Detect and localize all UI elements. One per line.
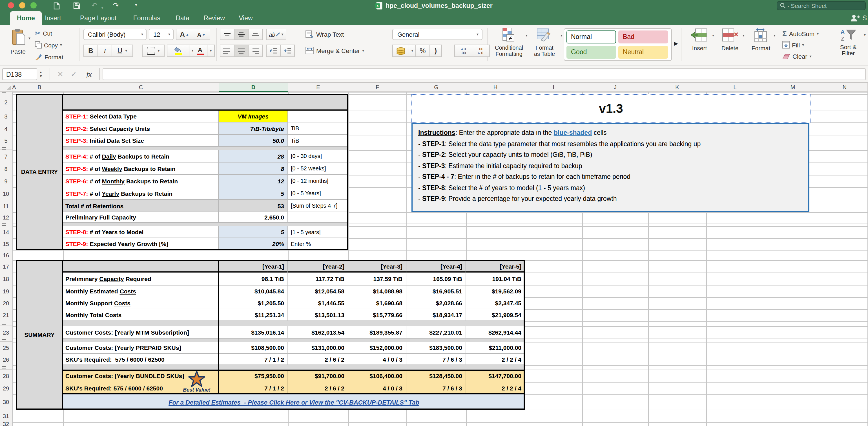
cell-C26[interactable]: SKU's Required: 575 / 6000 / 62500 [63, 354, 219, 365]
styles-gallery-expand-icon[interactable]: ▶ [674, 40, 678, 46]
orientation-button[interactable]: ab ▾ [266, 29, 286, 40]
copy-button[interactable]: Copy ▾ [35, 41, 62, 49]
underline-button[interactable]: U▾ [112, 45, 133, 57]
cell-C8[interactable]: STEP-5: # of Weekly Backups to Retain [63, 163, 219, 175]
format-cells-button[interactable]: ▾ Format [746, 28, 776, 51]
cell-H28[interactable]: $147,700.00 [466, 370, 525, 382]
format-as-table-button[interactable]: ▾ Formatas Table [529, 28, 560, 57]
cell-F25[interactable]: $152,000.00 [348, 342, 406, 354]
search-sheet-input[interactable]: ▾ Search Sheet [777, 1, 866, 10]
row-header-26[interactable]: 26 [0, 354, 12, 366]
merge-center-button[interactable]: Merge & Center ▾ [306, 47, 364, 54]
tab-formulas[interactable]: Formulas [127, 11, 167, 25]
cell-D11[interactable]: 53 [219, 200, 288, 212]
accounting-format-button[interactable] [392, 45, 409, 57]
cell-D4[interactable]: TiB-Tibibyte [219, 122, 288, 135]
merge-dropdown-icon[interactable]: ▾ [362, 48, 364, 53]
column-header-E[interactable]: E [288, 83, 349, 92]
tab-page-layout[interactable]: Page Layout [73, 11, 123, 25]
align-top-button[interactable] [220, 29, 235, 40]
row-header-19[interactable]: 19 [0, 285, 12, 298]
column-header-J[interactable]: J [582, 83, 649, 92]
increase-decimal-button[interactable]: ◂.0.00 [454, 45, 472, 57]
row-header-9[interactable]: 9 [0, 175, 12, 188]
insert-cells-button[interactable]: ▾ Insert [685, 28, 714, 51]
align-middle-button[interactable] [234, 29, 249, 40]
cell-C12[interactable]: Preliminary Full Capacity [63, 212, 219, 223]
cell-E19[interactable]: $12,054.58 [288, 285, 348, 297]
cell-C20[interactable]: Monthly Support Costs [63, 297, 219, 309]
cell-D18[interactable]: 98.1 TiB [219, 273, 288, 285]
cell-D25[interactable]: $108,500.00 [219, 342, 288, 354]
row-header-31[interactable]: 31 [0, 409, 12, 423]
cell-D9[interactable]: 12 [219, 175, 288, 187]
detailed-estimates-link[interactable]: For a Detailed Estimates - Please Click … [168, 399, 420, 405]
cell-F26[interactable]: 4 / 0 / 3 [348, 354, 406, 365]
row-header-17[interactable]: 17 [0, 260, 12, 273]
paste-button[interactable]: ▾ Paste [4, 28, 32, 61]
cell-C11[interactable]: Total # of Retentions [63, 200, 219, 212]
cell-H19[interactable]: $19,562.09 [466, 285, 525, 297]
cell-G26[interactable]: 7 / 6 / 3 [406, 354, 466, 365]
decrease-font-button[interactable]: A▼ [193, 29, 210, 40]
cell-G25[interactable]: $183,500.00 [406, 342, 466, 354]
cancel-entry-icon[interactable]: ✕ [54, 68, 66, 80]
name-box-stepper[interactable]: ▲▼ [37, 68, 44, 80]
cell-G29[interactable]: 7 / 6 / 3 [406, 382, 466, 394]
cell-G23[interactable]: $227,210.01 [406, 326, 466, 339]
sort-filter-button[interactable]: A Z ▾ Sort &Filter [832, 28, 865, 56]
cell-E11[interactable]: [Sum of Steps 4-7] [288, 200, 348, 212]
cell-E26[interactable]: 2 / 6 / 2 [288, 354, 348, 365]
search-scope-chevron-icon[interactable]: ▾ [787, 4, 789, 8]
row-header-11[interactable]: 11 [0, 200, 12, 213]
row-header-23[interactable]: 23 [0, 326, 12, 339]
align-left-button[interactable] [220, 45, 235, 57]
column-header-I[interactable]: I [525, 83, 583, 92]
bold-button[interactable]: B [84, 45, 98, 57]
format-painter-button[interactable]: Format [35, 53, 63, 60]
comma-style-button[interactable]: ) [430, 45, 442, 57]
clear-dropdown-icon[interactable]: ▾ [810, 54, 812, 59]
cell-D3[interactable]: VM Images [219, 111, 288, 122]
font-color-button[interactable]: A [193, 45, 208, 57]
cell-G21[interactable]: $18,934.17 [406, 309, 466, 321]
row-header-28[interactable]: 28 [0, 370, 12, 382]
cell-D15[interactable]: 20% [219, 238, 288, 250]
column-header-B[interactable]: B [16, 83, 64, 92]
cell-E14[interactable]: [1 - 5 years] [288, 226, 348, 238]
cell-D29[interactable]: 7 / 1 / 2 [219, 382, 288, 394]
cell-F28[interactable]: $106,400.00 [348, 370, 406, 382]
share-button[interactable]: S [850, 11, 868, 25]
cell-D10[interactable]: 5 [219, 187, 288, 200]
row-header-16[interactable]: 16 [0, 250, 12, 261]
tab-view[interactable]: View [232, 11, 259, 25]
row-header-2[interactable]: 2 [0, 94, 12, 111]
cell-D8[interactable]: 8 [219, 163, 288, 175]
cell-E9[interactable]: [0 - 12 months] [288, 175, 348, 187]
cell-C3[interactable]: STEP-1: Select Data Type [63, 111, 219, 122]
tab-insert[interactable]: Insert [38, 11, 68, 25]
cell-E28[interactable]: $91,700.00 [288, 370, 348, 382]
autosum-dropdown-icon[interactable]: ▾ [817, 31, 819, 36]
clear-button[interactable]: Clear ▾ [782, 53, 812, 60]
row-header-3[interactable]: 3 [0, 111, 12, 123]
cell-style-normal[interactable]: Normal [566, 30, 616, 44]
cell-D21[interactable]: $11,251.34 [219, 309, 288, 321]
confirm-entry-icon[interactable]: ✓ [68, 68, 80, 80]
column-header-K[interactable]: K [648, 83, 707, 92]
cell-G28[interactable]: $128,450.00 [406, 370, 466, 382]
fill-color-button[interactable] [167, 45, 189, 57]
row-header-18[interactable]: 18 [0, 273, 12, 286]
cell-E29[interactable]: 2 / 6 / 2 [288, 382, 348, 394]
column-header-G[interactable]: G [406, 83, 467, 92]
tab-data[interactable]: Data [169, 11, 196, 25]
cell-E25[interactable]: $131,000.00 [288, 342, 348, 354]
paste-dropdown-icon[interactable]: ▾ [28, 36, 30, 40]
row-header-14[interactable]: 14 [0, 226, 12, 239]
cell-E5[interactable]: TiB [288, 135, 348, 147]
cell-C10[interactable]: STEP-7: # of Yearly Backups to Retain [63, 187, 219, 200]
cell-F29[interactable]: 4 / 0 / 3 [348, 382, 406, 394]
tab-home[interactable]: Home [10, 11, 42, 25]
cell-C5[interactable]: STEP-3: Initial Data Set Size [63, 135, 219, 147]
accounting-dropdown[interactable]: ▾ [409, 45, 416, 57]
